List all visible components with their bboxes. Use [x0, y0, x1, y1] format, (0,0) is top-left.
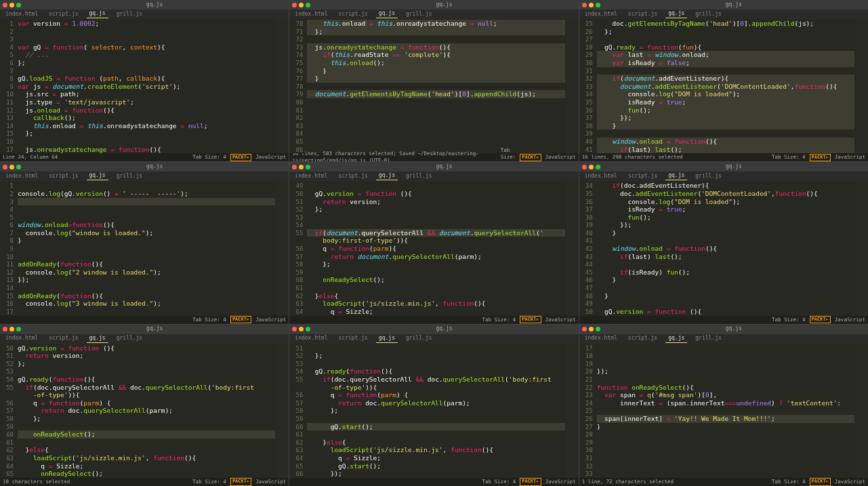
- code-line[interactable]: };: [18, 129, 275, 138]
- code-line[interactable]: var gQ = function( selector, context){: [18, 43, 275, 52]
- code-line[interactable]: [597, 454, 854, 462]
- code-line[interactable]: if(document.querySelectorAll && document…: [307, 229, 564, 237]
- file-tab[interactable]: script.js: [625, 11, 660, 18]
- code-line[interactable]: gQ.loadJS = function (path, callback){: [18, 75, 275, 83]
- code-line[interactable]: }: [307, 67, 564, 75]
- code-line[interactable]: [597, 35, 854, 43]
- language-indicator[interactable]: JavaScript: [545, 479, 576, 485]
- file-tab[interactable]: gq.js: [376, 335, 398, 343]
- code-line[interactable]: onReadySelect();: [307, 276, 564, 284]
- code-editor[interactable]: 707172737475767778798081828384858687 thi…: [289, 19, 578, 153]
- minimap[interactable]: [276, 344, 289, 478]
- code-editor[interactable]: 4950515253545556575859606162636465 gQ.ve…: [289, 181, 578, 315]
- file-tab[interactable]: index.html: [292, 173, 330, 180]
- code-line[interactable]: this.onload();: [307, 59, 564, 67]
- code-line[interactable]: loadScript('js/sizzle.min.js', function(…: [307, 446, 564, 454]
- code-line[interactable]: });: [597, 221, 854, 229]
- code-line[interactable]: js.type = 'text/javascript';: [18, 98, 275, 106]
- file-tab[interactable]: grill.js: [114, 11, 146, 18]
- tab-size-indicator[interactable]: Tab Size: 4: [772, 154, 806, 161]
- file-tab[interactable]: index.html: [582, 335, 620, 342]
- code-line[interactable]: js.onreadystatechange = function(){: [18, 146, 275, 154]
- close-button[interactable]: [292, 327, 297, 331]
- file-tab[interactable]: gq.js: [376, 172, 398, 180]
- code-line[interactable]: [18, 182, 275, 190]
- file-tab[interactable]: gq.js: [87, 335, 108, 343]
- code-line[interactable]: }else{: [307, 439, 564, 447]
- close-button[interactable]: [292, 3, 297, 7]
- code-line[interactable]: }: [597, 229, 854, 237]
- code-line[interactable]: [307, 138, 564, 146]
- language-indicator[interactable]: JavaScript: [545, 154, 576, 161]
- code-line[interactable]: gQ.version = function (){: [597, 308, 854, 316]
- code-line[interactable]: [18, 253, 275, 261]
- code-line[interactable]: console.log("DOM is loaded");: [597, 90, 854, 98]
- code-line[interactable]: console.log("DOM is loaded");: [597, 198, 854, 206]
- code-line[interactable]: }: [18, 237, 275, 245]
- code-line[interactable]: innerText = (span.innerText===undefined)…: [597, 399, 854, 407]
- code-line[interactable]: }: [597, 423, 854, 431]
- code-line[interactable]: }: [597, 122, 854, 130]
- file-tab[interactable]: grill.js: [693, 11, 724, 18]
- code-line[interactable]: gQ.ready(function(){: [307, 367, 564, 376]
- file-tab[interactable]: gq.js: [87, 172, 108, 180]
- code-line[interactable]: [307, 146, 564, 154]
- code-line[interactable]: [18, 138, 275, 146]
- code-line[interactable]: });: [307, 470, 564, 478]
- code-line[interactable]: if(last) last();: [597, 253, 854, 261]
- code-line[interactable]: return doc.querySelectorAll(parm);: [307, 399, 564, 407]
- code-line[interactable]: });: [597, 367, 854, 376]
- code-line[interactable]: if(doc.querySelectorAll && doc.querySele…: [18, 384, 275, 392]
- code-line[interactable]: document.addEventListener('DOMContentLoa…: [597, 83, 854, 91]
- code-line[interactable]: return doc.querySelectorAll(parm);: [18, 407, 275, 415]
- code-line[interactable]: [597, 376, 854, 384]
- code-line[interactable]: q = function(parm){: [307, 245, 564, 253]
- code-line[interactable]: [597, 430, 854, 439]
- code-line[interactable]: js.onreadystatechange = function(){: [307, 43, 564, 52]
- max-button[interactable]: [596, 327, 600, 331]
- tab-size-indicator[interactable]: Tab Size: 4: [772, 479, 806, 485]
- file-tab[interactable]: grill.js: [114, 173, 146, 180]
- code-line[interactable]: var isReady = false;: [597, 59, 854, 67]
- code-line[interactable]: });: [18, 276, 275, 284]
- language-indicator[interactable]: JavaScript: [255, 479, 286, 485]
- code-line[interactable]: [307, 122, 564, 130]
- code-line[interactable]: console.log("2 window is loaded.");: [18, 268, 275, 277]
- minimap[interactable]: [566, 181, 579, 315]
- max-button[interactable]: [596, 3, 600, 7]
- code-line[interactable]: [18, 205, 275, 214]
- code-area[interactable]: this.onload = this.onreadystatechange = …: [306, 19, 566, 153]
- code-line[interactable]: window.onload=function(){: [18, 221, 275, 229]
- max-button[interactable]: [596, 165, 600, 169]
- file-tab[interactable]: grill.js: [403, 11, 435, 18]
- code-line[interactable]: [18, 367, 275, 376]
- code-line[interactable]: -of-type')){: [18, 391, 275, 399]
- code-line[interactable]: };: [307, 407, 564, 415]
- max-button[interactable]: [306, 327, 310, 331]
- code-line[interactable]: console.log(gQ.version() + ' ----- -----…: [18, 190, 275, 198]
- file-tab[interactable]: gq.js: [376, 10, 398, 18]
- code-line[interactable]: loadScript('js/sizzle.min.js', function(…: [18, 454, 275, 462]
- code-editor[interactable]: 50515253545556575859606162636465gQ.versi…: [0, 344, 289, 478]
- code-line[interactable]: [307, 35, 564, 43]
- code-area[interactable]: gQ.version = function (){ return version…: [16, 344, 276, 478]
- code-line[interactable]: body:first-of-type')){: [307, 237, 564, 245]
- code-line[interactable]: };: [18, 415, 275, 423]
- code-line[interactable]: [307, 344, 564, 352]
- code-line[interactable]: var span = q('#msg span')[0],: [597, 391, 854, 399]
- close-button[interactable]: [582, 3, 587, 7]
- code-line[interactable]: var version = 1.0002;: [18, 20, 275, 28]
- close-button[interactable]: [582, 165, 587, 169]
- file-tab[interactable]: script.js: [625, 335, 660, 342]
- code-line[interactable]: isReady = true;: [597, 98, 854, 106]
- file-tab[interactable]: grill.js: [693, 173, 724, 180]
- code-line[interactable]: gQ.ready = function(fun){: [597, 43, 854, 52]
- file-tab[interactable]: index.html: [3, 11, 41, 18]
- code-line[interactable]: span[innerText] = 'Yay!! We Made It Mom!…: [597, 415, 854, 423]
- file-tab[interactable]: gq.js: [665, 172, 687, 180]
- code-line[interactable]: }else{: [307, 292, 564, 300]
- code-area[interactable]: }; gQ.ready(function(){ if(doc.querySele…: [306, 344, 566, 478]
- code-line[interactable]: [597, 237, 854, 245]
- tab-size-indicator[interactable]: Tab Size: 4: [482, 317, 516, 323]
- code-line[interactable]: loadScript('js/sizzle.min.js', function(…: [307, 300, 564, 308]
